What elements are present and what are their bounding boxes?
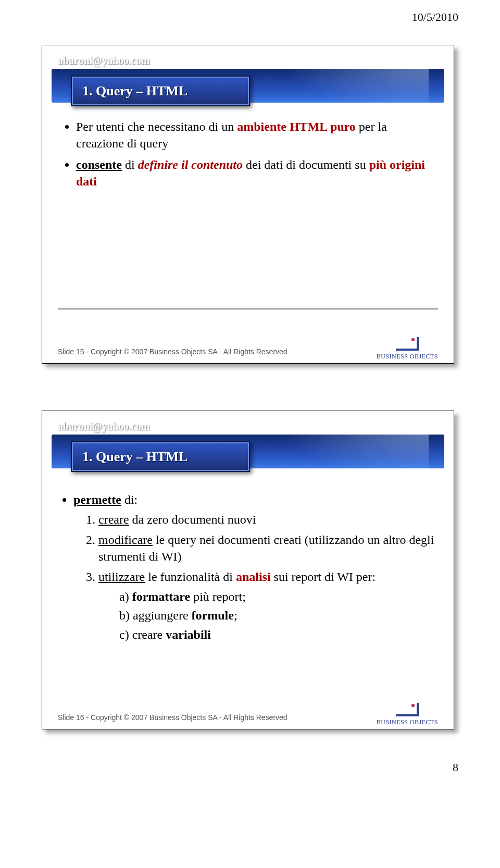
- slide-15-content: Per utenti che necessitano di un ambient…: [66, 118, 430, 194]
- text: di: [122, 158, 138, 171]
- slide-title-box: 1. Query – HTML: [71, 76, 250, 106]
- bold-formattare: formattare: [132, 590, 191, 603]
- emphasis-ambiente-html: ambiente HTML puro: [237, 120, 356, 133]
- logo-text: BUSINESS OBJECTS: [377, 718, 438, 726]
- text: b) aggiungere: [119, 609, 192, 622]
- slide-16: abaroni@yahoo.com 1. Query – HTML permet…: [42, 411, 454, 729]
- text: c) creare: [119, 628, 166, 641]
- text: dei dati di documenti su: [243, 158, 369, 171]
- text: da zero documenti nuovi: [129, 513, 256, 526]
- text: ;: [234, 609, 238, 622]
- logo-icon: [396, 703, 419, 716]
- slide-footer: Slide 16 - Copyright © 2007 Business Obj…: [58, 713, 288, 722]
- underline-permette: permette: [73, 493, 121, 506]
- item-creare: creare da zero documenti nuovi: [98, 511, 435, 528]
- text: più report;: [190, 590, 246, 603]
- logo-text: BUSINESS OBJECTS: [377, 353, 438, 361]
- page-number: 8: [42, 761, 458, 774]
- text: di:: [121, 493, 138, 506]
- bold-formule: formule: [192, 609, 234, 622]
- slide-title-box: 1. Query – HTML: [71, 441, 250, 472]
- document-date: 10/5/2010: [42, 10, 458, 24]
- text: sui report di WI per:: [271, 570, 376, 584]
- underline-creare: creare: [98, 513, 129, 526]
- bullet-2: consente di definire il contenuto dei da…: [76, 156, 430, 190]
- emphasis-definire: definire il contenuto: [138, 158, 243, 171]
- underline-modificare: modificare: [98, 533, 153, 547]
- item-modificare: modificare le query nei documenti creati…: [98, 531, 435, 565]
- sub-a: a) formattare più report;: [119, 588, 435, 605]
- bullet-permette: permette di: creare da zero documenti nu…: [73, 491, 435, 643]
- emphasis-analisi: analisi: [236, 570, 271, 584]
- slide-title-text: 1. Query – HTML: [82, 449, 188, 465]
- email-label: abaroni@yahoo.com: [58, 420, 150, 432]
- text: Per utenti che necessitano di un: [76, 120, 237, 133]
- bold-variabili: variabili: [166, 628, 211, 641]
- slide-16-content: permette di: creare da zero documenti nu…: [53, 479, 435, 655]
- business-objects-logo: BUSINESS OBJECTS: [377, 337, 438, 361]
- underline-utilizzare: utilizzare: [98, 570, 145, 584]
- business-objects-logo: BUSINESS OBJECTS: [377, 703, 438, 726]
- slide-15: abaroni@yahoo.com 1. Query – HTML Per ut…: [42, 45, 454, 364]
- logo-icon: [396, 337, 419, 351]
- underline-consente: consente: [76, 158, 122, 171]
- bullet-1: Per utenti che necessitano di un ambient…: [76, 118, 430, 152]
- sub-b: b) aggiungere formule;: [119, 607, 435, 624]
- text: le funzionalità di: [145, 570, 236, 584]
- text: a): [119, 590, 132, 603]
- sub-c: c) creare variabili: [119, 626, 435, 643]
- slide-footer: Slide 15 - Copyright © 2007 Business Obj…: [58, 348, 288, 356]
- slide-title-text: 1. Query – HTML: [82, 83, 188, 99]
- item-utilizzare: utilizzare le funzionalità di analisi su…: [98, 568, 435, 643]
- email-label: abaroni@yahoo.com: [58, 55, 150, 67]
- divider: [58, 308, 438, 309]
